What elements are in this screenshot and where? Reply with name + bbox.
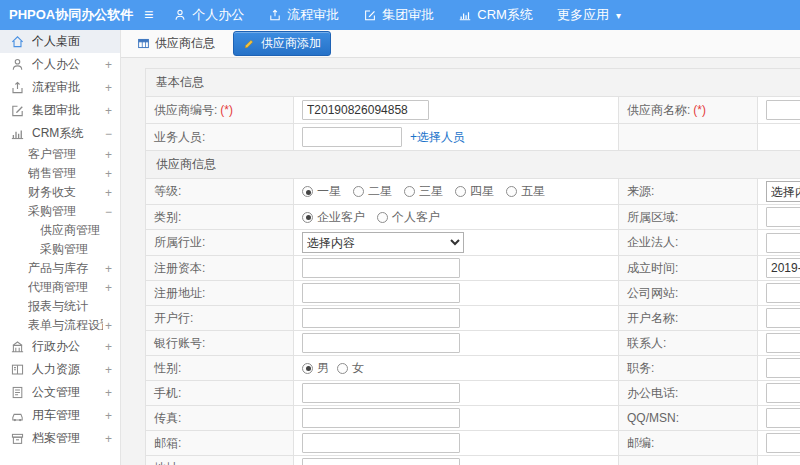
book-icon	[10, 362, 25, 377]
tab-supplier-add[interactable]: 供应商添加	[233, 31, 331, 56]
topmenu-personal-office[interactable]: 个人办公	[173, 6, 244, 24]
sidebar-item-agent-mgmt[interactable]: 代理商管理 +	[0, 278, 120, 297]
expand-toggle[interactable]: +	[105, 281, 112, 295]
expand-toggle[interactable]: +	[105, 432, 112, 446]
qq-msn-label: QQ/MSN:	[627, 411, 679, 425]
level-radio-3[interactable]: 三星	[404, 183, 443, 200]
qq-msn-input[interactable]	[766, 408, 800, 428]
topmenu-crm-system[interactable]: CRM系统	[458, 6, 533, 24]
topmenu-group-approval[interactable]: 集团审批	[363, 6, 434, 24]
sidebar-item-form-flow-settings[interactable]: 表单与流程设置 +	[0, 316, 120, 335]
select-staff-link[interactable]: +选择人员	[410, 130, 465, 144]
bank-input[interactable]	[302, 308, 460, 328]
zip-input[interactable]	[766, 433, 800, 453]
account-name-input[interactable]	[766, 308, 800, 328]
collapse-toggle[interactable]: −	[105, 127, 112, 141]
legal-person-label: 企业法人:	[627, 235, 678, 249]
sidebar-item-archive-mgmt[interactable]: 档案管理 +	[0, 427, 120, 450]
gender-radio-female[interactable]: 女	[337, 360, 364, 377]
sidebar-item-hr[interactable]: 人力资源 +	[0, 358, 120, 381]
level-radio-5[interactable]: 五星	[506, 183, 545, 200]
sidebar-item-crm-system[interactable]: CRM系统 −	[0, 122, 120, 145]
expand-toggle[interactable]: +	[105, 148, 112, 162]
sidebar-item-product-inventory[interactable]: 产品与库存 +	[0, 259, 120, 278]
source-select[interactable]: 选择内容	[766, 181, 800, 202]
tab-supplier-info[interactable]: 供应商信息	[133, 32, 219, 55]
sidebar-item-finance[interactable]: 财务收支 +	[0, 183, 120, 202]
contact-input[interactable]	[766, 333, 800, 353]
required-mark: (*)	[693, 103, 706, 117]
email-input[interactable]	[302, 433, 460, 453]
category-radio-group: 企业客户 个人客户	[302, 209, 610, 226]
level-radio-4[interactable]: 四星	[455, 183, 494, 200]
zip-label: 邮编:	[627, 436, 654, 450]
topmenu-label: 更多应用	[557, 6, 609, 24]
archive-icon	[10, 431, 25, 446]
level-radio-2[interactable]: 二星	[353, 183, 392, 200]
expand-toggle[interactable]: +	[105, 386, 112, 400]
sidebar-item-group-approval[interactable]: 集团审批 +	[0, 99, 120, 122]
expand-toggle[interactable]: +	[105, 104, 112, 118]
top-menu: 个人办公 流程审批 集团审批 CRM系统 更多应用 ▾	[173, 6, 621, 24]
sidebar-item-personal-office[interactable]: 个人办公 +	[0, 53, 120, 76]
established-date-input[interactable]	[766, 258, 800, 278]
category-radio-company[interactable]: 企业客户	[302, 209, 365, 226]
staff-input[interactable]	[302, 127, 402, 147]
legal-person-input[interactable]	[766, 233, 800, 253]
expand-toggle[interactable]: +	[105, 363, 112, 377]
expand-toggle[interactable]: +	[105, 340, 112, 354]
topmenu-workflow-approval[interactable]: 流程审批	[268, 6, 339, 24]
sidebar-item-vehicle-mgmt[interactable]: 用车管理 +	[0, 404, 120, 427]
expand-toggle[interactable]: +	[105, 58, 112, 72]
gender-label: 性别:	[154, 361, 181, 375]
expand-toggle[interactable]: +	[105, 262, 112, 276]
position-input[interactable]	[766, 358, 800, 378]
radio-icon	[404, 186, 415, 197]
sidebar-item-sales-mgmt[interactable]: 销售管理 +	[0, 164, 120, 183]
region-input[interactable]	[766, 207, 800, 227]
registered-address-input[interactable]	[302, 283, 460, 303]
collapse-toggle[interactable]: −	[105, 205, 112, 219]
chart-icon	[10, 126, 25, 141]
office-phone-label: 办公电话:	[627, 386, 678, 400]
sidebar-item-supplier-mgmt[interactable]: 供应商管理	[0, 221, 120, 240]
address-label: 地址:	[154, 461, 181, 465]
topmenu-more-apps[interactable]: 更多应用 ▾	[557, 6, 621, 24]
supplier-code-input[interactable]	[302, 100, 429, 120]
sidebar-item-personal-desktop[interactable]: 个人桌面	[0, 30, 120, 53]
industry-label: 所属行业:	[154, 235, 205, 249]
position-label: 职务:	[627, 361, 654, 375]
registered-capital-input[interactable]	[302, 258, 460, 278]
website-input[interactable]	[766, 283, 800, 303]
sidebar-item-customer-mgmt[interactable]: 客户管理 +	[0, 145, 120, 164]
expand-toggle[interactable]: +	[105, 409, 112, 423]
source-label: 来源:	[627, 184, 654, 198]
gender-radio-male[interactable]: 男	[302, 360, 329, 377]
topmenu-label: 流程审批	[287, 6, 339, 24]
hamburger-menu-icon[interactable]: ≡	[144, 7, 153, 23]
sidebar-item-document-mgmt[interactable]: 公文管理 +	[0, 381, 120, 404]
expand-toggle[interactable]: +	[105, 81, 112, 95]
sidebar-item-workflow-approval[interactable]: 流程审批 +	[0, 76, 120, 99]
level-radio-1[interactable]: 一星	[302, 183, 341, 200]
fax-input[interactable]	[302, 408, 460, 428]
home-icon	[10, 34, 25, 49]
address-input[interactable]	[302, 458, 460, 465]
account-name-label: 开户名称:	[627, 311, 678, 325]
edit-icon	[363, 8, 377, 22]
sidebar-item-purchase-mgmt[interactable]: 采购管理 −	[0, 202, 120, 221]
office-phone-input[interactable]	[766, 383, 800, 403]
sidebar-item-purchasing[interactable]: 采购管理	[0, 240, 120, 259]
category-label: 类别:	[154, 210, 181, 224]
sidebar-item-admin-office[interactable]: 行政办公 +	[0, 335, 120, 358]
expand-toggle[interactable]: +	[105, 167, 112, 181]
mobile-input[interactable]	[302, 383, 460, 403]
supplier-name-input[interactable]	[766, 100, 800, 120]
expand-toggle[interactable]: +	[105, 186, 112, 200]
sidebar-item-reports-stats[interactable]: 报表与统计	[0, 297, 120, 316]
expand-toggle[interactable]: +	[105, 319, 112, 333]
industry-select[interactable]: 选择内容	[302, 232, 464, 253]
bank-account-input[interactable]	[302, 333, 460, 353]
app-window: PHPOA协同办公软件 ≡ 个人办公 流程审批 集团审批 CRM系统 更多应用 …	[0, 0, 800, 465]
category-radio-personal[interactable]: 个人客户	[377, 209, 440, 226]
